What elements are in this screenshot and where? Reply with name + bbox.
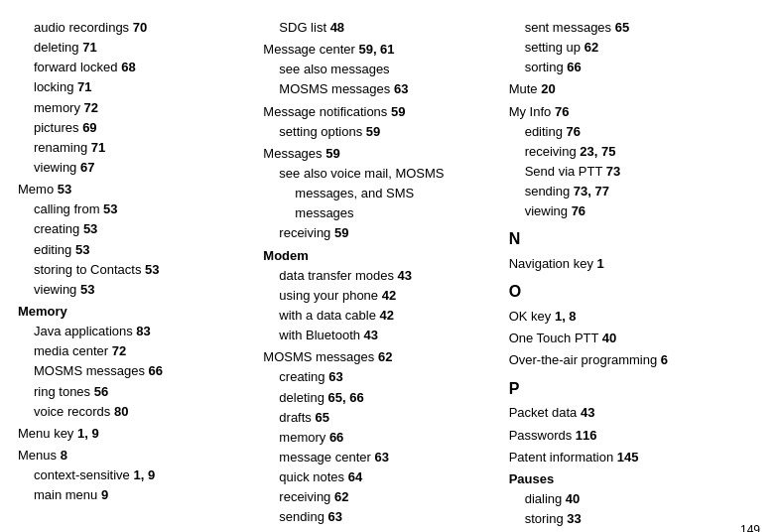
list-item: Modem: [263, 246, 498, 266]
list-item: receiving 62: [263, 487, 498, 507]
list-item: deleting 71: [18, 38, 253, 58]
list-item: locking 71: [18, 77, 253, 97]
list-item: renaming 71: [18, 138, 253, 158]
list-item: receiving 23, 75: [509, 142, 744, 162]
list-item: Packet data 43: [509, 403, 744, 423]
list-item: sorting 66: [509, 58, 744, 77]
list-item: Menu key 1, 9: [18, 424, 253, 444]
list-item: Memo 53: [18, 180, 253, 200]
list-item: viewing 76: [509, 201, 744, 221]
list-item: Navigation key 1: [509, 254, 744, 274]
list-item: audio recordings 70: [18, 18, 253, 38]
list-item: media center 72: [18, 341, 253, 361]
list-item: see also messages: [263, 60, 498, 79]
list-item: creating 63: [263, 367, 498, 387]
list-item: MOSMS messages 63: [263, 79, 498, 99]
list-item: Memory: [18, 302, 253, 322]
list-item: message center 63: [263, 448, 498, 467]
column-2: sent messages 65setting up 62sorting 66M…: [509, 18, 754, 529]
list-item: Menus 8: [18, 446, 253, 466]
list-item: SDG list 48: [263, 18, 498, 38]
page-number: 149: [740, 523, 760, 532]
list-item: editing 53: [18, 240, 253, 260]
list-item: forward locked 68: [18, 58, 253, 77]
list-item: voice records 80: [18, 402, 253, 422]
list-item: sending 73, 77: [509, 182, 744, 201]
list-item: Over-the-air programming 6: [509, 350, 744, 370]
list-item: Message notifications 59: [263, 102, 498, 122]
list-item: OK key 1, 8: [509, 307, 744, 327]
list-item: Pauses: [509, 469, 744, 489]
list-item: calling from 53: [18, 200, 253, 219]
list-item: viewing 53: [18, 280, 253, 300]
list-item: memory 66: [263, 428, 498, 448]
list-item: P: [509, 377, 744, 402]
list-item: Passwords 116: [509, 426, 744, 446]
list-item: with a data cable 42: [263, 306, 498, 326]
list-item: setting options 59: [263, 122, 498, 142]
list-item: viewing 67: [18, 158, 253, 178]
column-0: audio recordings 70deleting 71forward lo…: [18, 18, 263, 529]
list-item: with Bluetooth 43: [263, 326, 498, 345]
list-item: drafts 65: [263, 408, 498, 428]
list-item: deleting 65, 66: [263, 388, 498, 408]
list-item: data transfer modes 43: [263, 266, 498, 286]
column-1: SDG list 48Message center 59, 61see also…: [263, 18, 508, 529]
list-item: pictures 69: [18, 118, 253, 138]
list-item: Patent information 145: [509, 448, 744, 467]
list-item: memory 72: [18, 98, 253, 118]
list-item: setting up 62: [509, 38, 744, 58]
list-item: N: [509, 227, 744, 252]
list-item: MOSMS messages 66: [18, 361, 253, 381]
list-item: My Info 76: [509, 102, 744, 122]
list-item: storing 33: [509, 509, 744, 529]
list-item: One Touch PTT 40: [509, 329, 744, 348]
list-item: editing 76: [509, 122, 744, 142]
list-item: sent messages 65: [509, 18, 744, 38]
list-item: see also voice mail, MOSMS: [263, 164, 498, 184]
list-item: messages, and SMS: [263, 184, 498, 203]
list-item: storing to Contacts 53: [18, 260, 253, 280]
list-item: context-sensitive 1, 9: [18, 466, 253, 485]
list-item: O: [509, 280, 744, 305]
index-columns: audio recordings 70deleting 71forward lo…: [18, 18, 754, 529]
list-item: dialing 40: [509, 489, 744, 509]
list-item: Java applications 83: [18, 322, 253, 341]
list-item: Mute 20: [509, 79, 744, 99]
list-item: Messages 59: [263, 144, 498, 164]
list-item: sending 63: [263, 507, 498, 527]
list-item: quick notes 64: [263, 467, 498, 487]
list-item: MOSMS messages 62: [263, 347, 498, 367]
list-item: creating 53: [18, 219, 253, 239]
list-item: using your phone 42: [263, 286, 498, 306]
list-item: Message center 59, 61: [263, 40, 498, 60]
list-item: Send via PTT 73: [509, 162, 744, 182]
list-item: messages: [263, 203, 498, 223]
list-item: main menu 9: [18, 485, 253, 505]
list-item: receiving 59: [263, 223, 498, 243]
list-item: ring tones 56: [18, 382, 253, 402]
